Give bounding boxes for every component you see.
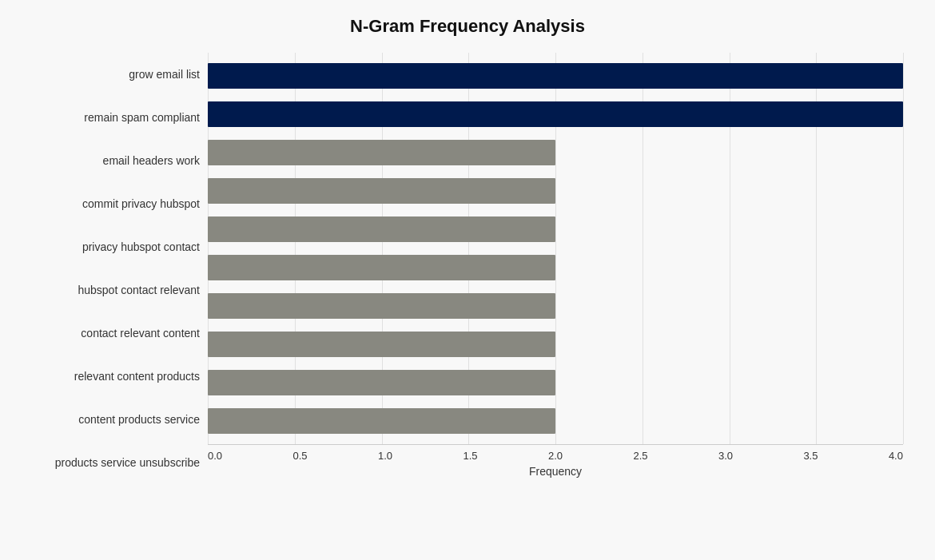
y-label: products service unsubscribe — [32, 456, 200, 470]
chart-container: N-Gram Frequency Analysis grow email lis… — [0, 0, 935, 560]
bar — [208, 140, 555, 165]
x-tick: 1.5 — [463, 450, 477, 462]
x-tick: 0.0 — [208, 450, 222, 462]
x-tick: 2.0 — [548, 450, 563, 462]
x-tick: 3.5 — [803, 450, 818, 462]
bars-area — [208, 53, 903, 444]
x-tick: 4.0 — [889, 450, 903, 462]
bar-row — [208, 174, 903, 208]
chart-title: N-Gram Frequency Analysis — [32, 16, 903, 37]
bar-row — [208, 404, 903, 438]
bar-row — [208, 328, 903, 361]
x-ticks: 0.00.51.01.52.02.53.03.54.0 — [208, 445, 903, 462]
grid-line — [903, 53, 904, 444]
bar-row — [208, 212, 903, 246]
y-label: grow email list — [32, 68, 200, 81]
x-tick: 0.5 — [292, 450, 307, 462]
y-label: relevant content products — [32, 370, 200, 383]
bar — [208, 332, 555, 357]
bar-row — [208, 289, 903, 323]
bar — [208, 178, 555, 204]
bar-row — [208, 136, 903, 169]
x-tick: 1.0 — [378, 450, 392, 462]
bar-row — [208, 59, 903, 93]
y-label: remain spam compliant — [32, 111, 200, 125]
bar — [208, 216, 555, 242]
chart-area: grow email listremain spam compliantemai… — [32, 53, 903, 485]
bar — [208, 63, 903, 89]
y-label: email headers work — [32, 154, 200, 168]
x-tick: 3.0 — [718, 450, 733, 462]
y-label: hubspot contact relevant — [32, 284, 200, 297]
y-labels: grow email listremain spam compliantemai… — [32, 53, 208, 485]
bar — [208, 101, 903, 127]
bar-row — [208, 366, 903, 399]
y-label: content products service — [32, 413, 200, 427]
y-label: contact relevant content — [32, 327, 200, 340]
bar-row — [208, 251, 903, 284]
x-axis-label: Frequency — [208, 465, 903, 478]
y-label: commit privacy hubspot — [32, 197, 200, 211]
x-tick: 2.5 — [633, 450, 647, 462]
bar-row — [208, 97, 903, 131]
bars-and-x: 0.00.51.01.52.02.53.03.54.0 Frequency — [208, 53, 903, 485]
bar — [208, 370, 555, 395]
bar — [208, 408, 555, 434]
bar — [208, 293, 555, 319]
y-label: privacy hubspot contact — [32, 240, 200, 254]
x-axis: 0.00.51.01.52.02.53.03.54.0 Frequency — [208, 445, 903, 485]
bar — [208, 255, 555, 280]
